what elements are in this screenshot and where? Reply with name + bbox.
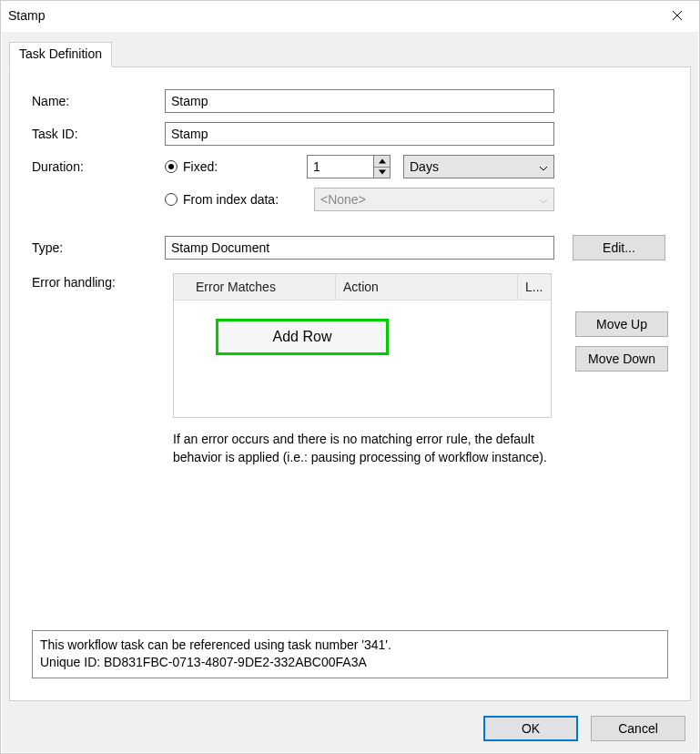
fromindex-select: <None> [314,188,554,211]
cancel-button[interactable]: Cancel [591,716,685,741]
row-duration-fixed: Duration: Fixed: [32,155,668,178]
svg-marker-3 [379,170,386,175]
edit-button[interactable]: Edit... [573,235,665,260]
row-errorhandling: Error handling: Error Matches Action L..… [32,273,668,466]
chevron-down-icon [379,169,386,175]
error-table: Error Matches Action L... Add Row [173,273,552,418]
name-field[interactable] [165,89,554,113]
row-taskid: Task ID: [32,122,668,146]
chevron-down-icon [539,192,548,207]
taskid-field[interactable] [165,122,554,146]
close-icon [672,10,683,21]
duration-unit-select[interactable]: Days [403,155,554,178]
error-table-body: Add Row [174,301,551,417]
radio-fixed[interactable] [165,160,178,173]
fromindex-value: <None> [320,192,366,207]
chevron-down-icon [539,159,548,174]
radio-fixed-label: Fixed: [183,159,218,174]
titlebar: Stamp [1,1,699,32]
column-last[interactable]: L... [518,274,551,300]
duration-value-field[interactable] [307,155,374,178]
label-taskid: Task ID: [32,127,165,141]
move-up-button[interactable]: Move Up [575,311,668,337]
row-type: Type: Edit... [32,235,668,260]
dialog-window: Stamp Task Definition Name: Task ID: Dur… [0,0,700,754]
type-field[interactable] [165,236,554,260]
radio-fromindex-label: From index data: [183,192,279,207]
chevron-up-icon [379,158,386,164]
dialog-buttons: OK Cancel [483,716,685,741]
ok-button[interactable]: OK [483,716,578,741]
tab-task-definition[interactable]: Task Definition [9,42,112,67]
duration-unit-value: Days [410,159,439,174]
row-name: Name: [32,89,668,113]
add-row-button[interactable]: Add Row [216,319,389,355]
row-duration-fromindex: From index data: <None> [32,188,668,211]
move-down-button[interactable]: Move Down [575,346,668,372]
tab-panel: Task Definition Name: Task ID: Duration: [9,45,691,701]
window-title: Stamp [8,8,45,23]
svg-marker-2 [379,158,386,163]
duration-spinner [374,155,391,178]
info-box: This workflow task can be referenced usi… [32,630,668,678]
client-area: Task Definition Name: Task ID: Duration: [2,32,698,752]
column-action[interactable]: Action [336,274,518,300]
label-duration: Duration: [32,159,165,174]
info-line1: This workflow task can be referenced usi… [40,637,660,655]
error-table-header: Error Matches Action L... [174,274,551,301]
label-name: Name: [32,94,165,108]
label-errorhandling: Error handling: [32,273,149,290]
error-note: If an error occurs and there is no match… [173,431,552,466]
info-line2: Unique ID: BD831FBC-0713-4807-9DE2-332AB… [40,654,660,672]
column-error-matches[interactable]: Error Matches [174,274,336,300]
spinner-down-button[interactable] [374,167,390,178]
close-button[interactable] [663,5,692,26]
spinner-up-button[interactable] [374,156,390,167]
tab-body: Name: Task ID: Duration: Fixed: [9,66,691,701]
label-type: Type: [32,240,147,255]
radio-dot-icon [168,164,174,169]
radio-fromindex[interactable] [165,193,178,206]
reorder-buttons: Move Up Move Down [575,311,668,372]
